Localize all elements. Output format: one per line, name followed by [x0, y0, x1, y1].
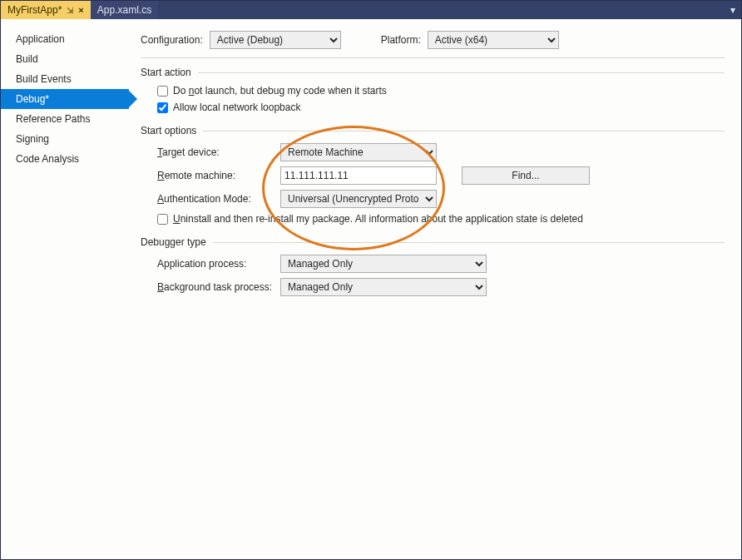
start-options-group: Start options Target device: Remote Mach…	[141, 125, 725, 230]
bg-process-select[interactable]: Managed Only	[280, 278, 487, 296]
close-icon[interactable]: ×	[78, 5, 83, 15]
platform-select[interactable]: Active (x64)	[428, 31, 559, 49]
sidebar-item-application[interactable]: Application	[1, 29, 129, 49]
do-not-launch-checkbox[interactable]	[157, 86, 168, 97]
target-device-select[interactable]: Remote Machine	[280, 143, 437, 161]
project-properties-window: MyFirstApp* ⇲ × App.xaml.cs ▾ Applicatio…	[0, 0, 742, 560]
target-device-label: Target device:	[157, 146, 280, 158]
auth-mode-label: Authentication Mode:	[157, 193, 280, 205]
sidebar-item-build-events[interactable]: Build Events	[1, 69, 129, 89]
allow-loopback-row: Allow local network loopback	[141, 102, 725, 113]
pin-icon[interactable]: ⇲	[67, 6, 73, 15]
do-not-launch-row: Do not launch, but debug my code when it…	[141, 85, 725, 97]
tab-label: MyFirstApp*	[7, 4, 62, 16]
body: Application Build Build Events Debug* Re…	[1, 19, 741, 559]
sidebar-item-signing[interactable]: Signing	[1, 129, 129, 149]
start-options-legend: Start options	[141, 125, 203, 136]
debug-settings-panel: Configuration: Active (Debug) Platform: …	[129, 19, 741, 559]
find-button[interactable]: Find...	[462, 166, 590, 185]
debugger-type-legend: Debugger type	[141, 236, 213, 248]
sidebar-item-reference-paths[interactable]: Reference Paths	[1, 109, 129, 129]
uninstall-label[interactable]: Uninstall and then re-install my package…	[173, 213, 583, 225]
document-tabstrip: MyFirstApp* ⇲ × App.xaml.cs ▾	[1, 1, 741, 19]
allow-loopback-label[interactable]: Allow local network loopback	[173, 102, 300, 113]
remote-machine-input[interactable]	[280, 166, 437, 185]
properties-sidebar: Application Build Build Events Debug* Re…	[1, 19, 129, 559]
bg-process-row: Background task process: Managed Only	[141, 278, 725, 296]
configuration-row: Configuration: Active (Debug) Platform: …	[141, 31, 725, 49]
sidebar-item-debug[interactable]: Debug*	[1, 89, 129, 109]
auth-mode-select[interactable]: Universal (Unencrypted Protoc	[280, 190, 437, 208]
configuration-select[interactable]: Active (Debug)	[210, 31, 341, 49]
auth-mode-row: Authentication Mode: Universal (Unencryp…	[141, 190, 725, 208]
uninstall-checkbox[interactable]	[157, 214, 168, 225]
tab-label: App.xaml.cs	[97, 4, 151, 16]
chevron-down-icon: ▾	[730, 4, 735, 16]
bg-process-label: Background task process:	[157, 281, 280, 293]
target-device-row: Target device: Remote Machine	[141, 143, 725, 161]
uninstall-row: Uninstall and then re-install my package…	[141, 213, 725, 225]
sidebar-item-build[interactable]: Build	[1, 49, 129, 69]
tab-app-xaml-cs[interactable]: App.xaml.cs	[91, 1, 158, 19]
legend-line	[213, 242, 725, 243]
configuration-label: Configuration:	[141, 34, 203, 46]
do-not-launch-label[interactable]: Do not launch, but debug my code when it…	[173, 85, 387, 97]
app-process-select[interactable]: Managed Only	[280, 255, 487, 273]
start-action-group: Start action Do not launch, but debug my…	[141, 67, 725, 118]
remote-machine-label: Remote machine:	[157, 170, 280, 181]
allow-loopback-checkbox[interactable]	[157, 102, 168, 113]
app-process-label: Application process:	[157, 258, 280, 270]
tab-myfirstapp[interactable]: MyFirstApp* ⇲ ×	[1, 1, 91, 19]
sidebar-item-code-analysis[interactable]: Code Analysis	[1, 149, 129, 169]
app-process-row: Application process: Managed Only	[141, 255, 725, 273]
debugger-type-group: Debugger type Application process: Manag…	[141, 236, 725, 301]
start-action-legend: Start action	[141, 67, 198, 78]
platform-label: Platform:	[381, 34, 421, 46]
tabstrip-menu-button[interactable]: ▾	[725, 1, 741, 19]
legend-line	[198, 72, 725, 73]
tabstrip-fill	[158, 1, 725, 19]
divider	[141, 57, 725, 58]
legend-line	[203, 131, 725, 131]
remote-machine-row: Remote machine: Find...	[141, 166, 725, 185]
